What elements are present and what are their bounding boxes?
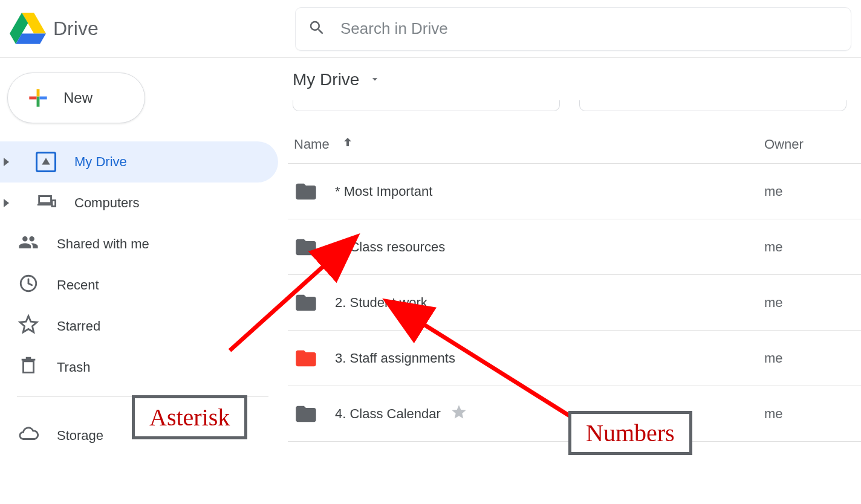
sidebar-item-starred[interactable]: Starred bbox=[0, 306, 278, 347]
caret-right-icon bbox=[4, 158, 9, 166]
suggestion-chips bbox=[288, 100, 861, 111]
plus-icon bbox=[25, 85, 51, 111]
svg-rect-4 bbox=[52, 201, 56, 207]
annotation-asterisk-box: Asterisk bbox=[132, 395, 247, 439]
nav-list: My Drive Computers Shared with me Rece bbox=[0, 141, 278, 388]
chip-placeholder bbox=[293, 100, 560, 111]
sidebar-item-label: My Drive bbox=[74, 154, 127, 170]
sidebar-item-computers[interactable]: Computers bbox=[0, 183, 278, 224]
starred-icon bbox=[450, 404, 467, 424]
cloud-icon bbox=[18, 424, 39, 448]
header-bar: Drive bbox=[0, 0, 861, 58]
recent-icon bbox=[18, 273, 39, 297]
new-button-label: New bbox=[63, 89, 93, 106]
file-list: * Most Importantme1. Class resourcesme2.… bbox=[288, 164, 861, 442]
app-logo-wrap[interactable]: Drive bbox=[10, 12, 295, 46]
computers-icon bbox=[36, 191, 56, 215]
drive-logo-icon bbox=[10, 12, 46, 46]
sidebar-item-trash[interactable]: Trash bbox=[0, 347, 278, 388]
column-name[interactable]: Name bbox=[294, 135, 764, 153]
annotation-numbers-label: Numbers bbox=[586, 419, 675, 447]
folder-icon bbox=[294, 402, 318, 426]
file-name: 2. Student work bbox=[335, 295, 764, 311]
sidebar-item-my-drive[interactable]: My Drive bbox=[0, 141, 278, 183]
sidebar-item-shared[interactable]: Shared with me bbox=[0, 224, 278, 265]
my-drive-icon bbox=[36, 152, 56, 172]
annotation-numbers-box: Numbers bbox=[568, 411, 692, 455]
sidebar-item-recent[interactable]: Recent bbox=[0, 265, 278, 306]
folder-icon bbox=[294, 346, 318, 370]
file-owner: me bbox=[764, 406, 855, 422]
file-owner: me bbox=[764, 351, 855, 366]
chevron-down-icon bbox=[369, 70, 381, 89]
breadcrumb-label: My Drive bbox=[293, 70, 359, 89]
chip-placeholder bbox=[579, 100, 846, 111]
sidebar-item-label: Trash bbox=[57, 360, 90, 375]
table-row[interactable]: 1. Class resourcesme bbox=[288, 219, 861, 275]
table-row[interactable]: 3. Staff assignmentsme bbox=[288, 331, 861, 386]
file-name: 3. Staff assignments bbox=[335, 351, 764, 366]
file-name: * Most Important bbox=[335, 184, 764, 199]
file-owner: me bbox=[764, 239, 855, 255]
table-row[interactable]: 2. Student workme bbox=[288, 275, 861, 331]
folder-icon bbox=[294, 291, 318, 315]
table-row[interactable]: * Most Importantme bbox=[288, 164, 861, 219]
trash-icon bbox=[18, 355, 39, 380]
sidebar-item-label: Computers bbox=[74, 195, 140, 211]
file-owner: me bbox=[764, 184, 855, 199]
caret-right-icon bbox=[4, 199, 9, 207]
sidebar-item-label: Starred bbox=[57, 318, 100, 334]
shared-icon bbox=[18, 232, 39, 256]
search-icon bbox=[308, 19, 326, 39]
search-bar[interactable] bbox=[295, 7, 851, 51]
folder-icon bbox=[294, 235, 318, 259]
new-button[interactable]: New bbox=[7, 73, 145, 123]
file-name: 1. Class resources bbox=[335, 239, 764, 255]
app-title: Drive bbox=[53, 18, 99, 40]
column-owner[interactable]: Owner bbox=[764, 137, 855, 152]
breadcrumb[interactable]: My Drive bbox=[288, 70, 861, 89]
sidebar-item-label: Storage bbox=[57, 428, 103, 444]
svg-marker-3 bbox=[42, 158, 50, 164]
annotation-asterisk-label: Asterisk bbox=[149, 403, 230, 431]
sidebar-item-label: Recent bbox=[57, 277, 99, 293]
star-icon bbox=[18, 314, 39, 338]
column-name-label: Name bbox=[294, 137, 330, 152]
file-owner: me bbox=[764, 295, 855, 311]
file-name: 4. Class Calendar bbox=[335, 404, 764, 424]
table-header: Name Owner bbox=[288, 135, 861, 164]
sidebar-item-label: Shared with me bbox=[57, 236, 149, 252]
column-owner-label: Owner bbox=[764, 137, 804, 152]
search-input[interactable] bbox=[340, 19, 839, 38]
sort-ascending-icon bbox=[340, 135, 355, 153]
folder-icon bbox=[294, 179, 318, 204]
